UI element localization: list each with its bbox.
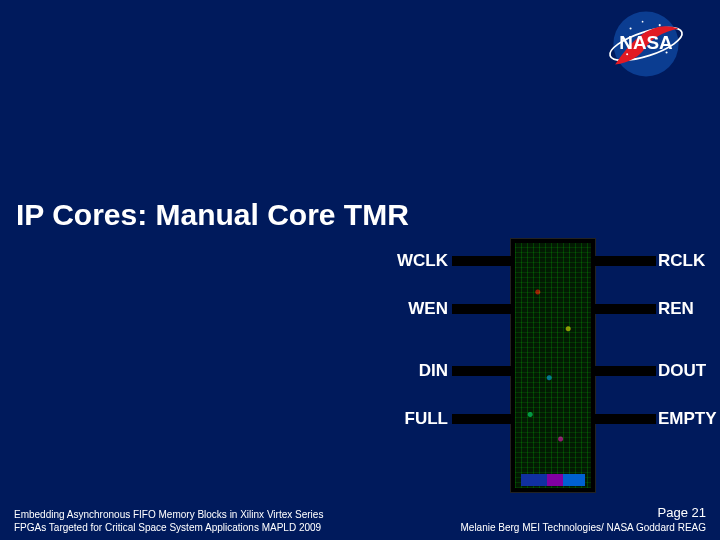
pin-wire	[452, 414, 512, 424]
footer-left-line2: FPGAs Targeted for Critical Space System…	[14, 522, 323, 535]
pin-label-wen: WEN	[408, 299, 448, 319]
pin-row: DIN DOUT	[390, 356, 710, 386]
pin-label-empty: EMPTY	[658, 409, 717, 429]
pin-wire	[594, 414, 656, 424]
pin-wire	[594, 256, 656, 266]
pin-row: FULL EMPTY	[390, 404, 710, 434]
svg-point-6	[626, 53, 628, 55]
page-label-text: Page	[658, 505, 688, 520]
svg-text:NASA: NASA	[619, 32, 673, 53]
page-number: Page 21	[461, 505, 707, 521]
nasa-logo: NASA	[602, 8, 690, 80]
pin-label-wclk: WCLK	[397, 251, 448, 271]
pin-row: WCLK RCLK	[390, 246, 710, 276]
svg-point-7	[642, 21, 644, 23]
pin-wire	[594, 366, 656, 376]
pin-label-rclk: RCLK	[658, 251, 705, 271]
pin-row: WEN REN	[390, 294, 710, 324]
slide-title: IP Cores: Manual Core TMR	[16, 198, 409, 232]
pin-wire	[452, 366, 512, 376]
pin-wire	[452, 256, 512, 266]
page-number-value: 21	[692, 505, 706, 520]
fifo-block-diagram: WCLK RCLK WEN REN DIN DOUT FULL EMPTY	[390, 238, 710, 498]
footer-left-line1: Embedding Asynchronous FIFO Memory Block…	[14, 509, 323, 522]
pin-label-full: FULL	[405, 409, 448, 429]
pin-wire	[594, 304, 656, 314]
svg-point-3	[630, 28, 632, 30]
footer-author-line: Melanie Berg MEI Technologies/ NASA Godd…	[461, 522, 707, 535]
pin-wire	[452, 304, 512, 314]
footer-left: Embedding Asynchronous FIFO Memory Block…	[14, 509, 323, 534]
pin-label-ren: REN	[658, 299, 694, 319]
pin-label-dout: DOUT	[658, 361, 706, 381]
footer-right: Page 21 Melanie Berg MEI Technologies/ N…	[461, 505, 707, 534]
svg-point-5	[666, 52, 668, 54]
pin-label-din: DIN	[419, 361, 448, 381]
slide-footer: Embedding Asynchronous FIFO Memory Block…	[0, 505, 720, 534]
svg-point-4	[659, 24, 661, 26]
